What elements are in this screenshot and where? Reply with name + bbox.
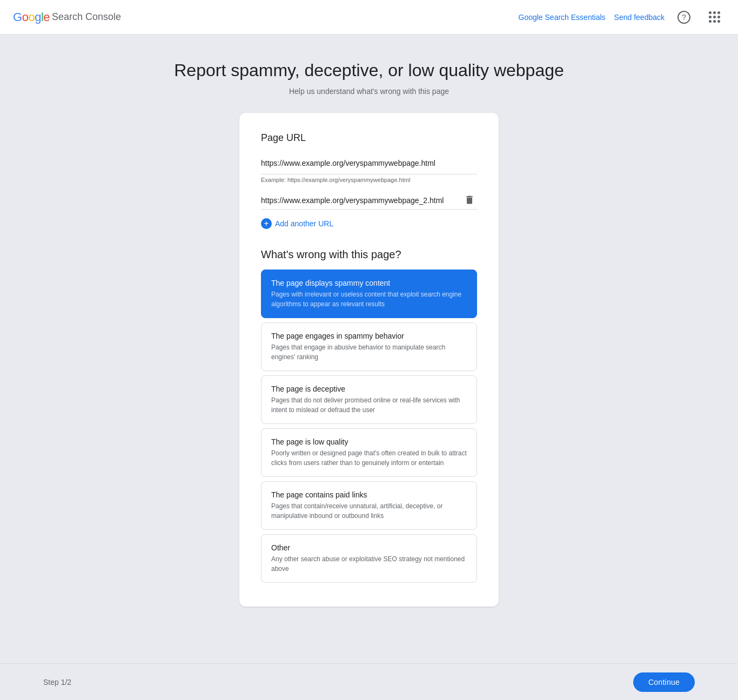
options-list: The page displays spammy content Pages w… <box>261 270 477 583</box>
google-logo: Google Search Console <box>13 10 121 24</box>
logo-e: e <box>43 10 50 24</box>
header-right: Google Search Essentials Send feedback ? <box>519 6 726 28</box>
option-desc-other: Any other search abuse or exploitative S… <box>271 554 467 574</box>
grid-dot <box>717 16 720 18</box>
option-deceptive[interactable]: The page is deceptive Pages that do not … <box>261 375 477 424</box>
product-name: Search Console <box>52 11 121 23</box>
grid-dot <box>717 11 720 14</box>
option-title-deceptive: The page is deceptive <box>271 385 467 393</box>
page-subtitle: Help us understand what's wrong with thi… <box>289 87 449 96</box>
help-icon: ? <box>677 11 690 24</box>
help-button[interactable]: ? <box>673 6 695 28</box>
logo-G: G <box>13 10 22 24</box>
option-desc-low-quality: Poorly written or designed page that's o… <box>271 448 467 468</box>
url-input-2[interactable] <box>261 192 462 209</box>
option-title-paid-links: The page contains paid links <box>271 490 467 499</box>
grid-dot <box>709 16 712 18</box>
option-low-quality[interactable]: The page is low quality Poorly written o… <box>261 428 477 477</box>
option-title-spammy-content: The page displays spammy content <box>271 279 467 287</box>
option-desc-spammy-content: Pages with irrelevant or useless content… <box>271 290 467 309</box>
option-paid-links[interactable]: The page contains paid links Pages that … <box>261 481 477 530</box>
wrong-section-title: What's wrong with this page? <box>261 248 477 261</box>
grid-dot <box>713 16 716 18</box>
option-desc-deceptive: Pages that do not deliver promised onlin… <box>271 395 467 415</box>
step-label: Step 1/2 <box>43 678 71 686</box>
header: Google Search Console Google Search Esse… <box>0 0 738 35</box>
url-field-1: Example: https://example.org/veryspammyw… <box>261 154 477 183</box>
header-left: Google Search Console <box>13 10 121 24</box>
page-title: Report spammy, deceptive, or low quality… <box>174 60 564 80</box>
option-desc-spammy-behavior: Pages that engage in abusive behavior to… <box>271 342 467 362</box>
add-url-label: Add another URL <box>275 219 333 228</box>
delete-url-button[interactable] <box>462 192 477 209</box>
send-feedback-link[interactable]: Send feedback <box>614 13 665 22</box>
url-section-title: Page URL <box>261 132 477 144</box>
add-url-button[interactable]: + Add another URL <box>261 214 333 233</box>
option-title-other: Other <box>271 543 467 552</box>
option-title-low-quality: The page is low quality <box>271 437 467 446</box>
url-input-1[interactable] <box>261 154 477 172</box>
continue-button[interactable]: Continue <box>633 672 695 692</box>
form-card: Page URL Example: https://example.org/ve… <box>239 113 499 607</box>
logo-text: Google <box>13 10 50 24</box>
main-content: Report spammy, deceptive, or low quality… <box>0 35 738 650</box>
option-desc-paid-links: Pages that contain/receive unnatural, ar… <box>271 501 467 521</box>
grid-dot <box>717 20 720 23</box>
apps-button[interactable] <box>703 6 725 28</box>
grid-dot <box>713 20 716 23</box>
url-input-wrapper-1 <box>261 154 477 174</box>
url-field-2 <box>261 192 477 210</box>
grid-icon <box>709 11 720 23</box>
logo-o1: o <box>22 10 29 24</box>
option-other[interactable]: Other Any other search abuse or exploita… <box>261 534 477 583</box>
add-icon: + <box>261 218 272 229</box>
trash-icon <box>464 194 475 207</box>
logo-o2: o <box>28 10 35 24</box>
logo-g2: g <box>35 10 41 24</box>
google-search-essentials-link[interactable]: Google Search Essentials <box>519 13 606 22</box>
option-spammy-content[interactable]: The page displays spammy content Pages w… <box>261 270 477 318</box>
url-hint: Example: https://example.org/veryspammyw… <box>261 177 477 183</box>
option-spammy-behavior[interactable]: The page engages in spammy behavior Page… <box>261 322 477 371</box>
grid-dot <box>709 11 712 14</box>
grid-dot <box>713 11 716 14</box>
option-title-spammy-behavior: The page engages in spammy behavior <box>271 332 467 340</box>
grid-dot <box>709 20 712 23</box>
footer: Step 1/2 Continue <box>0 663 738 700</box>
